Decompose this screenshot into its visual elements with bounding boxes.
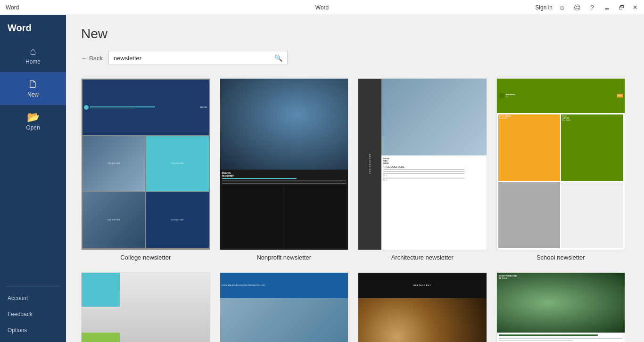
sidebar-item-feedback[interactable]: Feedback bbox=[0, 306, 66, 322]
template-item-school[interactable]: Newsletter Title [DATE] STORY HEADLINESt… bbox=[496, 78, 626, 261]
restaurant-food bbox=[358, 298, 487, 342]
titlebar-app-name: Word bbox=[6, 4, 19, 11]
college-thumb-inner: WELCOME TITLE GOES HERE TITLE GOES HERE … bbox=[82, 79, 210, 250]
new-icon: 🗋 bbox=[28, 79, 38, 90]
school-block1: STORY HEADLINEStory Subtitle bbox=[498, 114, 561, 181]
template-label-school: School newsletter bbox=[537, 254, 585, 261]
search-input[interactable] bbox=[109, 52, 270, 65]
sidebar-new-label: New bbox=[27, 91, 39, 98]
close-button[interactable]: ✕ bbox=[630, 3, 640, 12]
college-cell-photo1: TITLE GOES HERE bbox=[83, 136, 145, 192]
arch-thumb-inner: ARCHITECTURE INSIDETHISISSUE TITLE GOES … bbox=[358, 79, 487, 250]
school-thumb-inner: Newsletter Title [DATE] STORY HEADLINESt… bbox=[497, 79, 625, 250]
page-title: New bbox=[81, 26, 629, 41]
sidebar-bottom: Account Feedback Options bbox=[0, 290, 66, 342]
template-grid: WELCOME TITLE GOES HERE TITLE GOES HERE … bbox=[81, 78, 629, 342]
arch-content: INSIDETHISISSUE TITLE GOES HERE PG. 2 PG… bbox=[381, 155, 487, 249]
nonprofit-text2 bbox=[222, 183, 347, 184]
template-thumb-nonprofit: MonthlyNewsletter bbox=[220, 78, 349, 250]
titlebar-controls: Sign in ☺ ☹ ? 🗕 🗗 ✕ bbox=[535, 1, 640, 14]
restaurant-title: RESTAURANT bbox=[413, 284, 431, 286]
arch-photo bbox=[381, 79, 487, 155]
interior-accent2 bbox=[82, 333, 120, 342]
sidebar-item-options[interactable]: Options bbox=[0, 322, 66, 338]
college-cell-header: WELCOME bbox=[83, 80, 209, 135]
template-thumb-college: WELCOME TITLE GOES HERE TITLE GOES HERE … bbox=[81, 78, 210, 250]
main-content: New ← Back 🔍 bbox=[66, 15, 644, 342]
pta-header: SCHOOL NAME APPEARS HERE | THE PTA NEWSL… bbox=[220, 273, 348, 298]
charity-body bbox=[497, 333, 625, 342]
template-thumb-interior: COMPANY DATE EDITION X, VOLUME X NEWSLET… bbox=[81, 272, 210, 342]
charity-headline bbox=[499, 334, 598, 336]
minimize-button[interactable]: 🗕 bbox=[602, 3, 613, 12]
back-arrow-icon: ← bbox=[81, 55, 87, 62]
sidebar-title: Word bbox=[0, 15, 66, 39]
charity-text2 bbox=[499, 338, 623, 339]
sign-in-button[interactable]: Sign in bbox=[535, 4, 553, 11]
template-thumb-charity: CHARITY HEADLINEOR TITLE bbox=[496, 272, 626, 342]
titlebar-icon-group: ☺ ☹ ? bbox=[555, 1, 599, 14]
charity-text1 bbox=[499, 337, 623, 338]
sidebar-item-account[interactable]: Account bbox=[0, 290, 66, 306]
back-button[interactable]: ← Back bbox=[81, 55, 103, 62]
college-cell-photo2: TITLE GOES HERE bbox=[83, 192, 145, 248]
restaurant-photo: ✕IN THIS ISSUEPG. 2 | PG. 3 | PG. 4 bbox=[358, 298, 487, 342]
nonprofit-text1 bbox=[222, 180, 347, 181]
arch-main: INSIDETHISISSUE TITLE GOES HERE PG. 2 PG… bbox=[381, 79, 487, 250]
sidebar-item-new[interactable]: 🗋 New bbox=[0, 72, 66, 105]
sidebar-item-home[interactable]: ⌂ Home bbox=[0, 39, 66, 72]
open-icon: 📂 bbox=[27, 112, 40, 122]
school-col1: STORY HEADLINEStory Subtitle bbox=[498, 114, 561, 248]
school-body: STORY HEADLINEStory Subtitle STORYHEADLI… bbox=[497, 113, 625, 250]
school-block2 bbox=[498, 182, 561, 248]
template-item-architecture[interactable]: ARCHITECTURE INSIDETHISISSUE TITLE GOES … bbox=[358, 78, 487, 261]
interior-photo bbox=[82, 273, 210, 342]
template-item-interior[interactable]: COMPANY DATE EDITION X, VOLUME X NEWSLET… bbox=[81, 272, 210, 342]
interior-accent1 bbox=[82, 273, 120, 307]
school-block3: STORYHEADLINEStory Subtitle bbox=[561, 114, 623, 181]
template-item-restaurant[interactable]: RESTAURANT ✕IN THIS ISSUEPG. 2 | PG. 3 |… bbox=[358, 272, 487, 342]
charity-thumb-inner: CHARITY HEADLINEOR TITLE bbox=[497, 273, 625, 342]
arch-text2 bbox=[383, 171, 464, 172]
frown-icon-btn[interactable]: ☹ bbox=[570, 1, 584, 14]
title-bar: Word Word Sign in ☺ ☹ ? 🗕 🗗 ✕ bbox=[0, 0, 644, 15]
app-body: Word ⌂ Home 🗋 New 📂 Open Account Feedbac… bbox=[0, 15, 644, 342]
sidebar-item-open[interactable]: 📂 Open bbox=[0, 105, 66, 138]
sidebar-divider bbox=[6, 286, 60, 286]
template-thumb-architecture: ARCHITECTURE INSIDETHISISSUE TITLE GOES … bbox=[358, 78, 487, 250]
pta-header-text: SCHOOL NAME APPEARS HERE | THE PTA NEWSL… bbox=[222, 285, 265, 286]
charity-overlay bbox=[497, 273, 625, 333]
back-label: Back bbox=[89, 55, 103, 62]
arch-text4 bbox=[383, 178, 464, 179]
pta-thumb-inner: SCHOOL NAME APPEARS HERE | THE PTA NEWSL… bbox=[220, 273, 348, 342]
school-col2: STORYHEADLINEStory Subtitle bbox=[561, 114, 623, 248]
template-item-nonprofit[interactable]: MonthlyNewsletter Nonprofit newsletter bbox=[220, 78, 349, 261]
sidebar-open-label: Open bbox=[26, 124, 40, 131]
nonprofit-thumb-inner: MonthlyNewsletter bbox=[220, 79, 348, 250]
template-item-charity[interactable]: CHARITY HEADLINEOR TITLE bbox=[496, 272, 626, 342]
nonprofit-bar bbox=[222, 178, 297, 179]
smiley-icon-btn[interactable]: ☺ bbox=[555, 1, 569, 14]
template-label-nonprofit: Nonprofit newsletter bbox=[256, 254, 311, 261]
help-icon-btn[interactable]: ? bbox=[586, 1, 599, 14]
arch-left-bar: ARCHITECTURE bbox=[358, 79, 381, 250]
restore-button[interactable]: 🗗 bbox=[616, 3, 627, 12]
template-thumb-restaurant: RESTAURANT ✕IN THIS ISSUEPG. 2 | PG. 3 |… bbox=[358, 272, 487, 342]
restaurant-thumb-inner: RESTAURANT ✕IN THIS ISSUEPG. 2 | PG. 3 |… bbox=[358, 273, 487, 342]
charity-photo: CHARITY HEADLINEOR TITLE bbox=[497, 273, 625, 333]
sidebar: Word ⌂ Home 🗋 New 📂 Open Account Feedbac… bbox=[0, 15, 66, 342]
restaurant-header: RESTAURANT bbox=[358, 273, 487, 298]
template-item-pta[interactable]: SCHOOL NAME APPEARS HERE | THE PTA NEWSL… bbox=[220, 272, 349, 342]
pta-photo bbox=[220, 298, 348, 342]
search-button[interactable]: 🔍 bbox=[270, 51, 287, 65]
interior-thumb-inner: COMPANY DATE EDITION X, VOLUME X NEWSLET… bbox=[82, 273, 210, 342]
school-block4 bbox=[561, 182, 623, 248]
nonprofit-cols bbox=[222, 185, 347, 247]
template-label-college: College newsletter bbox=[120, 254, 171, 261]
template-item-college[interactable]: WELCOME TITLE GOES HERE TITLE GOES HERE … bbox=[81, 78, 210, 261]
search-bar: ← Back 🔍 bbox=[81, 51, 629, 65]
charity-text3 bbox=[499, 340, 573, 341]
search-input-wrap: 🔍 bbox=[108, 51, 288, 65]
college-cell-cyan: TITLE GOES HERE bbox=[146, 136, 209, 192]
sidebar-nav: ⌂ Home 🗋 New 📂 Open bbox=[0, 39, 66, 282]
